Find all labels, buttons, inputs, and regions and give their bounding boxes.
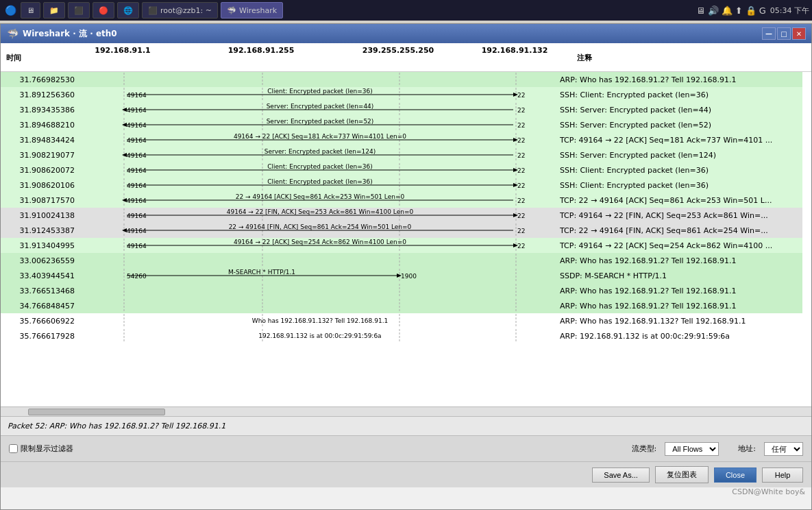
svg-text:49164: 49164 <box>127 152 147 159</box>
svg-text:49164 → 22 [FIN, ACK] Seq=253 : 49164 → 22 [FIN, ACK] Seq=253 Ack=861 Wi… <box>227 208 414 215</box>
close-button[interactable]: Close <box>714 467 756 483</box>
table-row[interactable]: 35.766617928192.168.91.132 is at 00:0c:2… <box>1 328 802 343</box>
maximize-button[interactable]: □ <box>777 27 791 40</box>
reset-diagram-button[interactable]: 复位图表 <box>655 466 709 483</box>
diagram-cell: 4916422Server: Encrypted packet (len=44) <box>76 102 558 117</box>
svg-text:22: 22 <box>517 167 525 174</box>
window-close-button[interactable]: ✕ <box>792 27 806 40</box>
svg-text:192.168.91.132 is at 00:0c:29:: 192.168.91.132 is at 00:0c:29:91:59:6a <box>258 332 381 339</box>
svg-text:22 → 49164 [FIN, ACK] Seq=861 : 22 → 49164 [FIN, ACK] Seq=861 Ack=254 Wi… <box>229 223 412 230</box>
table-row[interactable]: 33.766513468ARP: Who has 192.168.91.2? T… <box>1 283 802 298</box>
taskbar-btn-browser[interactable]: 🌐 <box>117 2 139 19</box>
diagram-cell: 491642249164 → 22 [ACK] Seq=254 Ack=862 … <box>76 238 558 253</box>
terminal-icon: ⬛ <box>74 6 84 15</box>
scroll-area[interactable]: 31.766982530ARP: Who has 192.168.91.2? T… <box>1 72 811 406</box>
table-row[interactable]: 31.910024138491642249164 → 22 [FIN, ACK]… <box>1 208 802 223</box>
diagram-cell: 4916422Client: Encrypted packet (len=36) <box>76 87 558 102</box>
wireshark-icon: 🦈 <box>227 6 236 15</box>
time-cell: 33.403944541 <box>1 268 76 283</box>
svg-text:22: 22 <box>517 243 525 250</box>
svg-text:49164: 49164 <box>127 197 147 204</box>
app-icon-1: 🔵 <box>3 3 18 18</box>
taskbar-btn-settings[interactable]: 🔴 <box>93 2 114 19</box>
svg-text:22: 22 <box>517 228 525 234</box>
table-row[interactable]: 31.8934353864916422Server: Encrypted pac… <box>1 102 802 117</box>
addr-select[interactable]: 任何 IPv4 IPv6 <box>764 442 803 456</box>
ip3-header: 239.255.255.250 <box>362 46 434 55</box>
table-row[interactable]: 31.766982530ARP: Who has 192.168.91.2? T… <box>1 72 802 87</box>
table-row[interactable]: 33.006236559ARP: Who has 192.168.91.2? T… <box>1 253 802 268</box>
filter-checkbox-label[interactable]: 限制显示过滤器 <box>9 444 73 454</box>
svg-text:Client: Encrypted packet (len=: Client: Encrypted packet (len=36) <box>267 163 372 170</box>
comment-cell: ARP: Who has 192.168.91.2? Tell 192.168.… <box>558 72 802 87</box>
window-controls: — □ ✕ <box>762 27 806 40</box>
taskbar-btn-desktop[interactable]: 🖥 <box>21 2 40 19</box>
comment-cell: ARP: 192.168.91.132 is at 00:0c:29:91:59… <box>558 328 802 343</box>
table-row[interactable]: 33.403944541542601900M-SEARCH * HTTP/1.1… <box>1 268 802 283</box>
volume-icon: 🔊 <box>708 5 719 16</box>
time-cell: 31.766982530 <box>1 72 76 87</box>
taskbar-btn-files[interactable]: 📁 <box>43 2 65 19</box>
help-button[interactable]: Help <box>762 467 803 483</box>
time-cell: 35.766617928 <box>1 328 76 343</box>
taskbar-btn-terminal[interactable]: ⬛ <box>68 2 90 19</box>
svg-text:Client: Encrypted packet (len=: Client: Encrypted packet (len=36) <box>267 88 372 95</box>
comment-cell: SSH: Client: Encrypted packet (len=36) <box>558 178 802 193</box>
table-row[interactable]: 31.913404995491642249164 → 22 [ACK] Seq=… <box>1 238 802 253</box>
scrollbar-thumb[interactable] <box>28 409 165 415</box>
svg-text:Server: Encrypted packet (len=: Server: Encrypted packet (len=124) <box>264 148 376 155</box>
save-as-button[interactable]: Save As... <box>592 467 650 483</box>
svg-text:Client: Encrypted packet (len=: Client: Encrypted packet (len=36) <box>267 178 372 185</box>
diagram-cell <box>76 298 558 313</box>
filter-checkbox[interactable] <box>9 444 18 453</box>
time-header: 时间 <box>6 53 21 63</box>
table-row[interactable]: 31.912453387491642222 → 49164 [FIN, ACK]… <box>1 223 802 238</box>
table-row[interactable]: 31.8912563604916422Client: Encrypted pac… <box>1 87 802 102</box>
time-cell: 31.908620072 <box>1 162 76 178</box>
lock-icon: 🔒 <box>746 5 756 16</box>
diagram-cell: 542601900M-SEARCH * HTTP/1.1 <box>76 268 558 283</box>
sys-icons: 🖥 🔊 🔔 ⬆ 🔒 G <box>696 5 766 16</box>
svg-text:54260: 54260 <box>127 273 147 280</box>
ip1-header: 192.168.91.1 <box>95 46 150 55</box>
table-row[interactable]: 31.9086200724916422Client: Encrypted pac… <box>1 162 802 178</box>
table-row[interactable]: 31.9082190774916422Server: Encrypted pac… <box>1 147 802 162</box>
comment-cell: ARP: Who has 192.168.91.2? Tell 192.168.… <box>558 253 802 268</box>
comment-cell: SSH: Server: Encrypted packet (len=124) <box>558 147 802 162</box>
table-row[interactable]: 31.8946882104916422Server: Encrypted pac… <box>1 117 802 132</box>
table-row[interactable]: 31.894834424491642249164 → 22 [ACK] Seq=… <box>1 132 802 147</box>
taskbar-time: 🖥 🔊 🔔 ⬆ 🔒 G 05:34 下午 <box>696 5 809 16</box>
comment-cell: SSH: Server: Encrypted packet (len=44) <box>558 102 802 117</box>
files-icon: 📁 <box>49 6 59 15</box>
svg-text:49164: 49164 <box>127 228 147 234</box>
clock-display: 05:34 下午 <box>770 5 809 16</box>
wireshark-label: Wireshark <box>239 6 277 15</box>
table-row[interactable]: 35.766606922Who has 192.168.91.132? Tell… <box>1 313 802 328</box>
flow-type-select[interactable]: All Flows TCP UDP ICMP <box>665 442 719 456</box>
taskbar-btn-wireshark[interactable]: 🦈 Wireshark <box>221 2 283 19</box>
table-row[interactable]: 31.9086201064916422Client: Encrypted pac… <box>1 178 802 193</box>
svg-text:49164: 49164 <box>127 92 147 99</box>
svg-text:49164: 49164 <box>127 137 147 144</box>
time-cell: 31.913404995 <box>1 238 76 253</box>
diagram-cell: 192.168.91.132 is at 00:0c:29:91:59:6a <box>76 328 558 343</box>
table-row[interactable]: 31.908717570491642222 → 49164 [ACK] Seq=… <box>1 193 802 208</box>
diagram-cell: 4916422Server: Encrypted packet (len=52) <box>76 117 558 132</box>
diagram-cell <box>76 283 558 298</box>
minimize-button[interactable]: — <box>762 27 776 40</box>
diagram-cell: 491642222 → 49164 [ACK] Seq=861 Ack=253 … <box>76 193 558 208</box>
root-label: root@zzb1: ~ <box>160 6 212 15</box>
taskbar-btn-root[interactable]: ⬛ root@zzb1: ~ <box>142 2 218 19</box>
table-row[interactable]: 34.766848457ARP: Who has 192.168.91.2? T… <box>1 298 802 313</box>
filter-label: 限制显示过滤器 <box>21 444 73 454</box>
info-bar: Packet 52: ARP: Who has 192.168.91.2? Te… <box>1 416 811 435</box>
ip2-header: 192.168.91.255 <box>228 46 295 55</box>
bell-icon: 🔔 <box>722 5 733 16</box>
desktop-icon: 🖥 <box>27 6 34 15</box>
horizontal-scrollbar[interactable] <box>1 406 811 416</box>
button-bar: Save As... 复位图表 Close Help <box>1 461 811 487</box>
svg-text:22: 22 <box>517 107 525 114</box>
comment-cell: SSH: Client: Encrypted packet (len=36) <box>558 162 802 178</box>
time-cell: 31.891256360 <box>1 87 76 102</box>
time-cell: 31.894688210 <box>1 117 76 132</box>
